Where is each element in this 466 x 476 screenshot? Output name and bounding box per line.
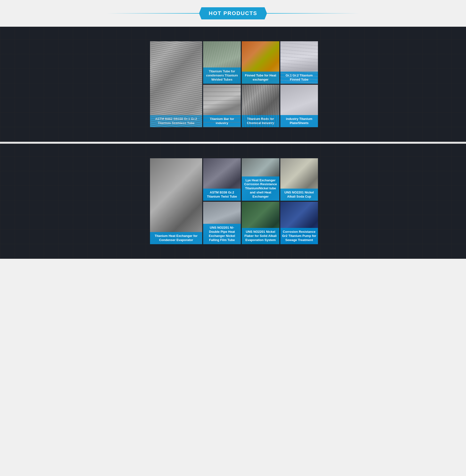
product-finned-tube[interactable]: Finned Tube for Heat exchanger	[242, 41, 279, 84]
product-heat-exchanger-condenser[interactable]: Titanium Heat Exchanger for Condenser Ev…	[150, 158, 202, 244]
product-nickel-cup[interactable]: UNS NO2201 Nickel Alkali Soda Cup	[280, 158, 318, 201]
product-label-gr-finned: Gr.1 Gr.2 Titanium Finned Tube	[280, 72, 318, 84]
product-tube-condensers[interactable]: Titanium Tube for condensers Titanium We…	[203, 41, 241, 84]
section-equipment: Titanium Heat Exchanger for Condenser Ev…	[0, 144, 466, 259]
hot-products-header: HOT PRODUCTS	[0, 0, 466, 27]
product-label-finned-tube: Finned Tube for Heat exchanger	[242, 72, 279, 84]
product-gr-finned[interactable]: Gr.1 Gr.2 Titanium Finned Tube	[280, 41, 318, 84]
header-line-left	[107, 13, 199, 14]
product-label-seamless-tube: ASTM B862 SB338 Gr.1 Gr.2 Titanium Seaml…	[150, 115, 202, 127]
product-nickel-flaker[interactable]: UNS NO2201 Nickel Flaker for Solid Alkal…	[242, 202, 279, 244]
product-label-titanium-bar: Titanium Bar for industry	[203, 115, 241, 127]
hot-products-badge: HOT PRODUCTS	[199, 7, 267, 19]
section2-grid: Titanium Heat Exchanger for Condenser Ev…	[150, 158, 316, 244]
product-label-heat-exchanger-condenser: Titanium Heat Exchanger for Condenser Ev…	[150, 232, 202, 244]
product-label-nickel-flaker: UNS NO2201 Nickel Flaker for Solid Alkal…	[242, 228, 279, 244]
product-label-twist-tube: ASTM B338 Gr.2 Titanium Twist Tube	[203, 189, 241, 201]
product-label-titanium-plate: industry Titanium Plate/Sheets	[280, 115, 318, 127]
product-titanium-rods[interactable]: Titanium Rods for Chemical Industry	[242, 85, 279, 127]
product-label-titanium-rods: Titanium Rods for Chemical Industry	[242, 115, 279, 127]
product-lye-exchanger[interactable]: Lye Heat Exchanger Corrosion Resistance …	[242, 158, 279, 201]
section-separator	[0, 142, 466, 144]
product-label-ni-double: UNS NO2201 Ni-Double Pipe Heat Exchanger…	[203, 224, 241, 244]
product-titanium-plate[interactable]: industry Titanium Plate/Sheets	[280, 85, 318, 127]
section-tubes: ASTM B862 SB338 Gr.1 Gr.2 Titanium Seaml…	[0, 27, 466, 142]
product-label-titanium-pump: Corrosion Resistance Gr2 Titanium Pump f…	[280, 228, 318, 244]
product-label-tube-condensers: Titanium Tube for condensers Titanium We…	[203, 68, 241, 84]
product-twist-tube[interactable]: ASTM B338 Gr.2 Titanium Twist Tube	[203, 158, 241, 201]
section1-grid-container: ASTM B862 SB338 Gr.1 Gr.2 Titanium Seaml…	[0, 41, 466, 127]
header-line-right	[267, 13, 359, 14]
product-ni-double[interactable]: UNS NO2201 Ni-Double Pipe Heat Exchanger…	[203, 202, 241, 244]
product-titanium-bar[interactable]: Titanium Bar for industry	[203, 85, 241, 127]
section2-grid-container: Titanium Heat Exchanger for Condenser Ev…	[0, 158, 466, 244]
product-label-nickel-cup: UNS NO2201 Nickel Alkali Soda Cup	[280, 189, 318, 201]
product-label-lye-exchanger: Lye Heat Exchanger Corrosion Resistance …	[242, 176, 279, 201]
product-seamless-tube[interactable]: ASTM B862 SB338 Gr.1 Gr.2 Titanium Seaml…	[150, 41, 202, 127]
section1-grid: ASTM B862 SB338 Gr.1 Gr.2 Titanium Seaml…	[150, 41, 316, 127]
product-titanium-pump[interactable]: Corrosion Resistance Gr2 Titanium Pump f…	[280, 202, 318, 244]
